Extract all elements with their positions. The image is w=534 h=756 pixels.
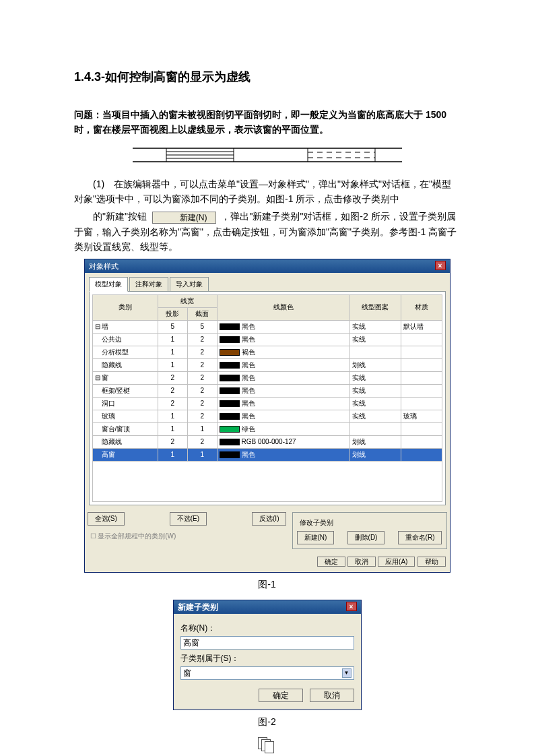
dialog2-title: 新建子类别 [178,600,218,614]
para-1a: (1) 在族编辑器中，可以点击菜单"设置—对象样式"，弹出"对象样式"对话框，在… [74,177,460,207]
belongs-label: 子类别属于(S)： [180,652,354,665]
col-category: 类别 [92,294,158,320]
col-linewidth: 线宽 [158,294,217,307]
table-row[interactable]: ⊟ 窗22 黑色实线 [92,371,442,384]
belongs-value: 窗 [183,667,191,680]
table-row[interactable]: 隐藏线12 黑色划线 [92,358,442,371]
para-1b-pre: 的"新建"按钮 [93,211,147,222]
tab-annotation-objects[interactable]: 注释对象 [129,277,168,292]
table-row[interactable]: ⊟ 墙55 黑色实线默认墙 [92,320,442,333]
dialog1-titlebar: 对象样式 × [85,259,450,273]
table-row[interactable]: 高窗11 黑色划线 [92,448,442,461]
ok-button[interactable]: 确定 [259,689,303,702]
tab-model-objects[interactable]: 模型对象 [89,277,128,292]
close-icon[interactable]: × [435,261,446,270]
col-material: 材质 [401,294,442,320]
close-icon[interactable]: × [346,602,357,611]
table-row[interactable]: 洞口22 黑色实线 [92,397,442,410]
page-heading: 1.4.3-如何控制高窗的显示为虚线 [74,67,460,87]
chevron-down-icon[interactable]: ▼ [342,668,352,678]
para-1b: 的"新建"按钮 新建(N) ，弹出"新建子类别"对话框，如图-2 所示，设置子类… [74,209,460,254]
object-style-dialog: 对象样式 × 模型对象 注释对象 导入对象 类别 线宽 线颜色 线型图案 材质 … [84,259,450,573]
new-button-inline: 新建(N) [152,212,216,224]
new-subcategory-dialog: 新建子类别 × 名称(N)： 子类别属于(S)： 窗 ▼ 确定 取消 [173,600,362,710]
table-row[interactable]: 公共边12 黑色实线 [92,333,442,346]
cancel-button[interactable]: 取消 [347,557,376,567]
figure1-caption: 图-1 [74,577,460,592]
select-none-button[interactable]: 不选(E) [170,512,207,526]
col-cut: 截面 [187,307,217,320]
illustration-window-plan [133,146,402,166]
ok-button[interactable]: 确定 [317,557,345,567]
name-label: 名称(N)： [180,622,354,635]
figure2-caption: 图-2 [74,714,460,729]
rename-subcategory-button[interactable]: 重命名(R) [398,531,442,544]
table-row[interactable]: 分析模型12 褐色 [92,346,442,358]
question-text: 问题：当项目中插入的窗未被视图剖切平面剖切时，即一般定义为当窗的底高底大于 15… [74,107,460,137]
col-pattern: 线型图案 [349,294,401,320]
delete-subcategory-button[interactable]: 删除(D) [347,531,385,544]
select-all-button[interactable]: 全选(S) [88,512,125,526]
name-input[interactable] [180,636,354,650]
new-subcategory-button[interactable]: 新建(N) [297,531,335,544]
invert-button[interactable]: 反选(I) [252,512,286,526]
cancel-button[interactable]: 取消 [310,689,354,702]
show-all-disciplines-checkbox[interactable]: ☐ 显示全部规程中的类别(W) [90,531,284,542]
table-row[interactable]: 隐藏线22 RGB 000-000-127划线 [92,435,442,448]
table-row[interactable]: 框架/竖梃22 黑色实线 [92,384,442,397]
table-row[interactable]: 窗台/窗顶11 绿色 [92,422,442,435]
help-button[interactable]: 帮助 [418,557,446,567]
belongs-select[interactable]: 窗 ▼ [180,666,354,680]
modify-subcategory-group: 修改子类别 [297,517,336,528]
object-style-table: 类别 线宽 线颜色 线型图案 材质 投影 截面 ⊟ 墙55 黑色实线默认墙 公共… [92,294,442,462]
col-projection: 投影 [158,307,187,320]
apply-button[interactable]: 应用(A) [378,557,415,567]
col-color: 线颜色 [217,294,349,320]
symbolic-line-tool: 符号线 [257,737,278,756]
dialog1-title: 对象样式 [89,259,119,273]
tab-import-objects[interactable]: 导入对象 [170,277,209,292]
table-row[interactable]: 玻璃12 黑色实线玻璃 [92,410,442,422]
